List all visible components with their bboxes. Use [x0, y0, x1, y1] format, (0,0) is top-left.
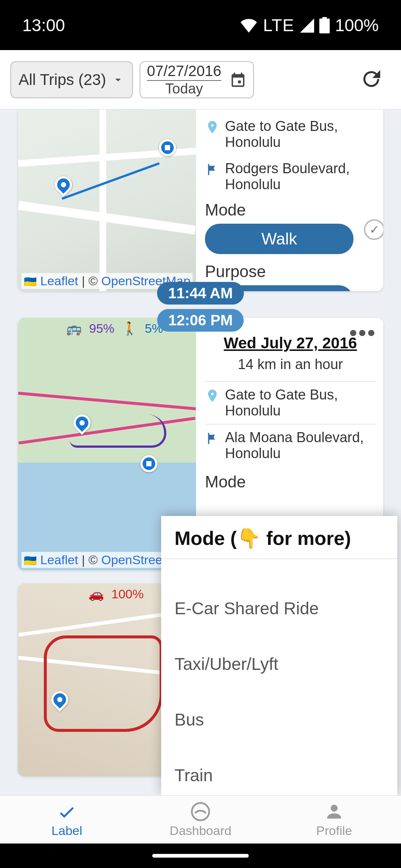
popup-title: Mode (👇 for more)	[161, 516, 397, 559]
battery-label: 100%	[335, 15, 379, 35]
device-navbar	[0, 844, 401, 868]
flag-icon: 🇺🇦	[24, 555, 37, 566]
check-icon	[56, 801, 77, 822]
refresh-icon	[359, 67, 383, 91]
app-container: All Trips (23) 07/27/2016 Today	[0, 50, 401, 844]
destination-text: Rodgers Boulevard, Honolulu	[225, 161, 376, 193]
destination-text: Ala Moana Boulevard, Honolulu	[225, 430, 376, 461]
attribution-separator: | ©	[78, 553, 101, 567]
destination-flag-icon	[205, 431, 220, 446]
tab-label[interactable]: Label	[0, 796, 134, 844]
mode-option[interactable]: Bus	[175, 692, 384, 747]
bus-icon: 🚌	[66, 321, 82, 336]
trip-map[interactable]: 🇺🇦 Leaflet | © OpenStreetMap	[18, 109, 196, 291]
purpose-label: Purpose	[205, 262, 376, 281]
network-label: LTE	[263, 15, 294, 35]
flag-icon: 🇺🇦	[24, 276, 37, 287]
destination-row: Ala Moana Boulevard, Honolulu	[205, 427, 376, 464]
walk-icon: 🚶	[122, 321, 137, 336]
mode-option[interactable]: E-Car Shared Ride	[175, 581, 384, 636]
destination-flag-icon	[205, 162, 220, 177]
sensed-car-pct: 100%	[111, 587, 144, 601]
end-time-bubble: 11:44 AM	[157, 282, 244, 305]
wifi-icon	[240, 18, 258, 33]
sensed-modes: 🚌 95% 🚶 5%	[66, 321, 163, 336]
leaflet-link[interactable]: Leaflet	[40, 274, 78, 288]
status-time: 13:00	[22, 15, 65, 35]
bottom-tabs: Label Dashboard Profile	[0, 795, 401, 844]
divider	[205, 381, 376, 382]
origin-pin-icon	[205, 388, 220, 403]
osm-link[interactable]: OpenStree	[101, 553, 162, 567]
home-indicator[interactable]	[152, 854, 249, 858]
status-right: LTE 100%	[240, 15, 379, 35]
tab-profile-text: Profile	[316, 823, 352, 838]
mode-option[interactable]: Taxi/Uber/Lyft	[175, 636, 384, 692]
origin-text: Gate to Gate Bus, Honolulu	[225, 118, 376, 150]
tab-dashboard[interactable]: Dashboard	[134, 796, 267, 844]
origin-row: Gate to Gate Bus, Honolulu	[205, 116, 376, 152]
mode-option[interactable]: Train	[175, 747, 384, 795]
trip-summary: 14 km in an hour	[205, 356, 376, 372]
start-time-bubble: 12:06 PM	[157, 309, 244, 332]
origin-pin-icon	[205, 120, 220, 135]
tab-label-text: Label	[51, 823, 82, 838]
popup-option-list[interactable]: E-Car Drove Alone E-Car Shared Ride Taxi…	[161, 559, 397, 795]
date-filter[interactable]: 07/27/2016 Today	[140, 61, 254, 98]
chevron-down-icon	[111, 73, 125, 86]
device-status-bar: 13:00 LTE 100%	[0, 0, 401, 50]
trip-list[interactable]: 🇺🇦 Leaflet | © OpenStreetMap Gate to Gat…	[0, 109, 401, 795]
mode-label: Mode	[205, 473, 376, 491]
verified-check[interactable]: ✓	[364, 219, 383, 240]
filter-bar: All Trips (23) 07/27/2016 Today	[0, 50, 401, 109]
signal-icon	[299, 18, 314, 33]
trips-filter-dropdown[interactable]: All Trips (23)	[10, 61, 133, 98]
mode-option[interactable]: E-Car Drove Alone	[175, 559, 384, 581]
mode-label: Mode	[205, 201, 376, 219]
sensed-modes: 🚗 100%	[88, 586, 144, 601]
divider	[205, 424, 376, 424]
trip-info: Gate to Gate Bus, Honolulu Rodgers Boule…	[196, 109, 383, 291]
trip-card[interactable]: 🇺🇦 Leaflet | © OpenStreetMap Gate to Gat…	[18, 109, 383, 291]
car-icon: 🚗	[88, 586, 104, 601]
origin-text: Gate to Gate Bus, Honolulu	[225, 387, 376, 419]
tab-dashboard-text: Dashboard	[170, 823, 231, 838]
calendar-icon	[229, 71, 247, 88]
dashboard-icon	[190, 801, 211, 822]
mode-select-popup: Mode (👇 for more) E-Car Drove Alone E-Ca…	[161, 516, 397, 795]
mode-chip[interactable]: Walk	[205, 224, 353, 254]
tab-profile[interactable]: Profile	[267, 796, 401, 844]
destination-row: Rodgers Boulevard, Honolulu	[205, 158, 376, 195]
today-label: Today	[165, 81, 203, 97]
trips-filter-label: All Trips (23)	[19, 71, 106, 89]
date-value: 07/27/2016	[147, 63, 221, 81]
battery-icon	[319, 17, 330, 33]
sensed-bus-pct: 95%	[89, 321, 114, 336]
refresh-button[interactable]	[359, 67, 383, 92]
more-button[interactable]: •••	[349, 320, 376, 345]
map-attribution: 🇺🇦 Leaflet | © OpenStree	[22, 552, 164, 568]
attribution-separator: | ©	[78, 274, 101, 288]
origin-row: Gate to Gate Bus, Honolulu	[205, 385, 376, 421]
profile-icon	[324, 801, 345, 822]
leaflet-link[interactable]: Leaflet	[40, 553, 78, 567]
